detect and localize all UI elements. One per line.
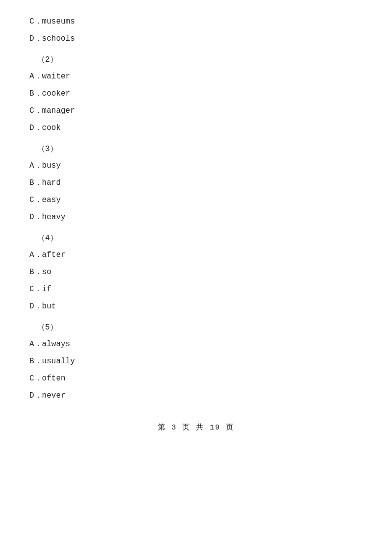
option-d_never: D．never: [29, 389, 363, 403]
option-c_manager: C．manager: [29, 104, 363, 118]
group-number-2: （2）: [37, 53, 363, 67]
group-number-3: （3）: [37, 142, 363, 156]
group-number-5: （5）: [37, 321, 363, 335]
option-d-schools: D．schools: [29, 32, 363, 46]
option-b_cooker: B．cooker: [29, 87, 363, 101]
option-c_often: C．often: [29, 372, 363, 386]
option-c_easy: C．easy: [29, 193, 363, 207]
option-b_hard: B．hard: [29, 176, 363, 190]
option-c_if: C．if: [29, 282, 363, 297]
option-d_heavy: D．heavy: [29, 210, 363, 225]
option-a_busy: A．busy: [29, 159, 363, 173]
option-b_usually: B．usually: [29, 354, 363, 369]
option-c-museums: C．museums: [29, 15, 363, 29]
option-d_cook: D．cook: [29, 121, 363, 135]
option-d_but: D．but: [29, 300, 363, 314]
option-b_so: B．so: [29, 265, 363, 279]
option-a_waiter: A．waiter: [29, 70, 363, 84]
group-number-4: （4）: [37, 231, 363, 246]
page-footer: 第 3 页 共 19 页: [29, 423, 363, 432]
option-a_always: A．always: [29, 337, 363, 352]
option-a_after: A．after: [29, 248, 363, 262]
